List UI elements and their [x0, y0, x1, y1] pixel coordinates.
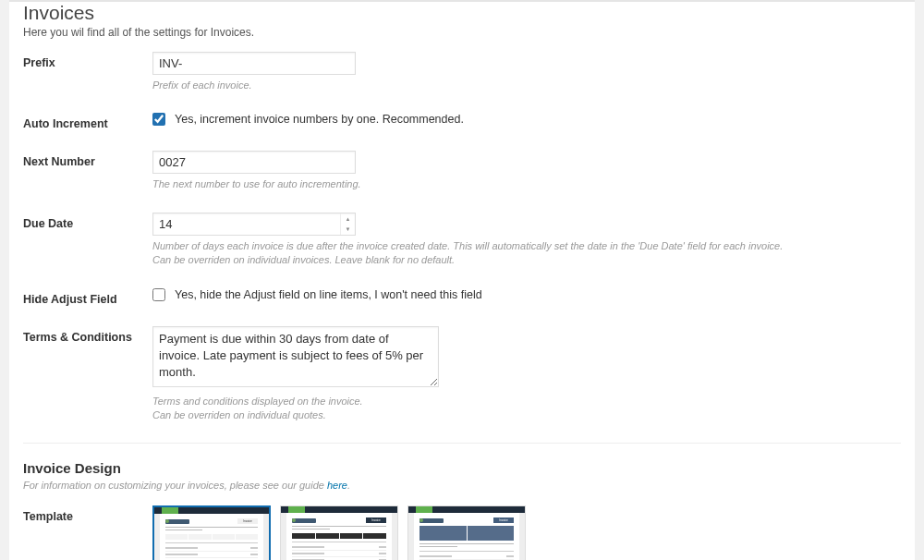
- row-hide-adjust: Hide Adjust Field Yes, hide the Adjust f…: [23, 288, 901, 306]
- hint-due-date-1: Number of days each invoice is due after…: [152, 239, 901, 253]
- due-date-input[interactable]: [152, 213, 356, 236]
- hint-due-date-2: Can be overriden on individual invoices.…: [152, 253, 901, 267]
- label-hide-adjust: Hide Adjust Field: [23, 288, 152, 306]
- tpl-preview: Invoice: [286, 513, 392, 560]
- label-auto-increment: Auto Increment: [23, 113, 152, 130]
- page-title: Invoices: [23, 0, 901, 24]
- tpl-browser-bar: [408, 506, 525, 513]
- auto-increment-text[interactable]: Yes, increment invoice numbers by one. R…: [175, 113, 464, 126]
- guide-link[interactable]: here: [327, 480, 347, 491]
- auto-increment-checkbox[interactable]: [152, 113, 165, 126]
- row-terms: Terms & Conditions Terms and conditions …: [23, 326, 901, 423]
- row-next-number: Next Number The next number to use for a…: [23, 151, 901, 191]
- hint-terms-2: Can be overriden on individual quotes.: [152, 408, 901, 422]
- template-option-3[interactable]: Invoice: [407, 505, 526, 560]
- stepper-up-icon[interactable]: ▲: [341, 213, 355, 225]
- hint-terms-1: Terms and conditions displayed on the in…: [152, 395, 901, 408]
- label-prefix: Prefix: [23, 52, 152, 69]
- hide-adjust-text[interactable]: Yes, hide the Adjust field on line items…: [175, 288, 482, 301]
- stepper-down-icon[interactable]: ▼: [341, 224, 355, 235]
- hide-adjust-checkbox[interactable]: [152, 288, 165, 301]
- divider: [23, 443, 901, 444]
- row-due-date: Due Date ▲ ▼ Number of days each invoice…: [23, 213, 901, 268]
- hint-prefix: Prefix of each invoice.: [152, 79, 901, 92]
- tpl-preview: Invoice: [414, 513, 519, 560]
- label-next-number: Next Number: [23, 151, 152, 168]
- template-picker: Invoice Inv: [152, 505, 901, 560]
- panel-topbar: [9, 0, 915, 2]
- row-auto-increment: Auto Increment Yes, increment invoice nu…: [23, 113, 901, 130]
- tpl-browser-bar: [281, 506, 397, 513]
- design-desc-text: For information on customizing your invo…: [23, 480, 327, 491]
- due-date-stepper[interactable]: ▲ ▼: [340, 213, 355, 235]
- settings-panel: Invoices Here you wil find all of the se…: [9, 0, 915, 560]
- template-option-1[interactable]: Invoice: [152, 505, 271, 560]
- row-template: Template Invoice: [23, 505, 901, 560]
- prefix-input[interactable]: [152, 52, 356, 75]
- invoice-design-title: Invoice Design: [23, 460, 901, 476]
- terms-textarea[interactable]: [152, 326, 439, 387]
- row-prefix: Prefix Prefix of each invoice.: [23, 52, 901, 92]
- template-option-2[interactable]: Invoice: [280, 505, 398, 560]
- label-terms: Terms & Conditions: [23, 326, 152, 344]
- hint-next-number: The next number to use for auto incremen…: [152, 177, 901, 191]
- label-due-date: Due Date: [23, 213, 152, 230]
- tpl-preview: Invoice: [160, 514, 263, 560]
- invoice-design-desc: For information on customizing your invo…: [23, 480, 901, 491]
- next-number-input[interactable]: [152, 151, 356, 174]
- tpl-browser-bar: [154, 507, 269, 514]
- label-template: Template: [23, 505, 152, 523]
- page-description: Here you wil find all of the settings fo…: [23, 26, 901, 39]
